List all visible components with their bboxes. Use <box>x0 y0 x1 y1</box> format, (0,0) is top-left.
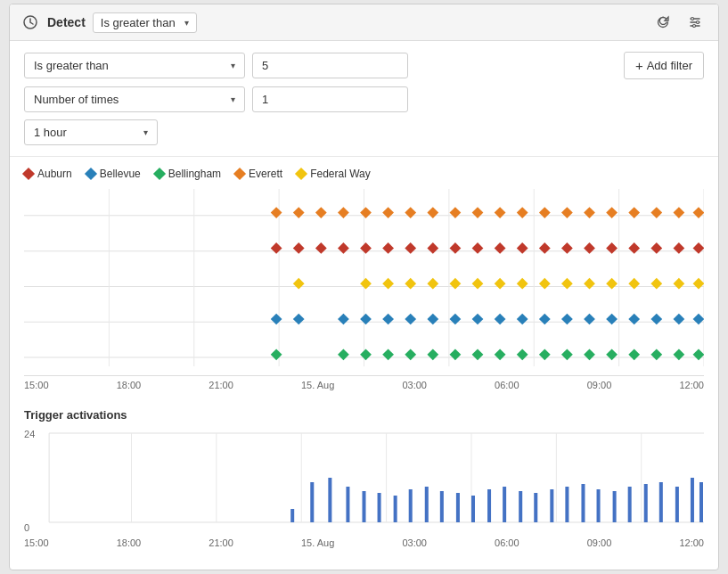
svg-rect-68 <box>584 278 595 290</box>
trigger-title: Trigger activations <box>24 408 704 422</box>
svg-rect-19 <box>315 207 327 218</box>
svg-rect-81 <box>450 314 462 325</box>
time-select[interactable]: 1 hour ▾ <box>24 119 158 145</box>
svg-rect-140 <box>565 487 568 522</box>
svg-rect-92 <box>693 314 704 325</box>
trigger-x-axis: 15:00 18:00 21:00 15. Aug 03:00 06:00 09… <box>24 536 704 555</box>
svg-rect-36 <box>693 207 704 218</box>
svg-rect-43 <box>405 242 416 254</box>
svg-rect-88 <box>606 314 618 325</box>
frequency-value-input[interactable] <box>252 86 408 112</box>
svg-rect-40 <box>338 242 349 254</box>
svg-rect-78 <box>382 314 394 325</box>
svg-rect-93 <box>271 348 282 360</box>
chevron-down-icon: ▾ <box>231 94 235 104</box>
svg-rect-46 <box>472 242 484 254</box>
header: Detect Is greater than ▾ <box>10 4 718 41</box>
svg-rect-59 <box>382 278 394 290</box>
svg-rect-29 <box>539 207 551 218</box>
svg-rect-65 <box>517 278 528 290</box>
svg-rect-129 <box>394 496 397 522</box>
svg-rect-21 <box>360 207 372 218</box>
svg-rect-130 <box>409 489 413 522</box>
bellevue-icon <box>85 168 97 180</box>
svg-rect-31 <box>584 207 595 218</box>
svg-rect-32 <box>606 207 618 218</box>
svg-rect-28 <box>517 207 528 218</box>
svg-rect-27 <box>495 207 506 218</box>
add-filter-button[interactable]: + Add filter <box>624 52 704 79</box>
svg-rect-126 <box>346 487 349 522</box>
svg-rect-134 <box>471 496 475 522</box>
svg-rect-26 <box>472 207 484 218</box>
svg-rect-110 <box>693 348 704 360</box>
frequency-select[interactable]: Number of times ▾ <box>24 86 245 112</box>
svg-rect-104 <box>561 348 573 360</box>
settings-button[interactable] <box>683 10 708 35</box>
svg-rect-74 <box>271 314 282 325</box>
plus-icon: + <box>635 58 643 73</box>
svg-rect-83 <box>495 314 506 325</box>
svg-rect-103 <box>539 348 551 360</box>
frequency-row: Number of times ▾ <box>24 86 704 112</box>
auburn-icon <box>22 168 35 180</box>
svg-rect-61 <box>427 278 438 290</box>
legend-bellevue: Bellevue <box>86 168 141 180</box>
refresh-button[interactable] <box>650 10 675 35</box>
svg-rect-76 <box>338 314 349 325</box>
chart-legend: Auburn Bellevue Bellingham Everett Feder… <box>24 168 704 180</box>
svg-point-3 <box>693 25 696 28</box>
svg-rect-146 <box>659 482 663 522</box>
svg-rect-64 <box>495 278 506 290</box>
bar-svg: 24 0 <box>24 429 704 536</box>
federalway-icon <box>295 168 307 180</box>
svg-rect-94 <box>338 348 349 360</box>
federalway-dots <box>293 278 704 290</box>
svg-rect-100 <box>472 348 484 360</box>
svg-rect-51 <box>584 242 595 254</box>
svg-rect-39 <box>315 242 327 254</box>
chart-area: Auburn Bellevue Bellingham Everett Feder… <box>10 157 718 398</box>
svg-rect-73 <box>693 278 704 290</box>
detect-icon <box>20 12 40 32</box>
svg-rect-131 <box>425 487 429 522</box>
svg-rect-91 <box>674 314 685 325</box>
everett-dots <box>271 207 704 218</box>
svg-rect-63 <box>472 278 484 290</box>
svg-rect-56 <box>693 242 704 254</box>
svg-rect-53 <box>628 242 640 254</box>
svg-rect-141 <box>581 484 585 522</box>
svg-rect-42 <box>382 242 394 254</box>
svg-rect-87 <box>584 314 595 325</box>
svg-rect-60 <box>405 278 416 290</box>
auburn-dots <box>271 242 704 254</box>
svg-rect-35 <box>674 207 685 218</box>
svg-rect-136 <box>503 487 506 522</box>
svg-point-2 <box>697 21 699 24</box>
svg-rect-34 <box>650 207 662 218</box>
scatter-x-axis: 15:00 18:00 21:00 15. Aug 03:00 06:00 09… <box>24 376 704 398</box>
svg-rect-71 <box>650 278 662 290</box>
svg-rect-84 <box>517 314 528 325</box>
svg-rect-20 <box>338 207 349 218</box>
svg-rect-105 <box>584 348 595 360</box>
svg-rect-90 <box>650 314 662 325</box>
svg-rect-137 <box>519 491 522 522</box>
bellingham-dots <box>271 348 704 360</box>
svg-rect-97 <box>405 348 416 360</box>
svg-rect-67 <box>561 278 573 290</box>
svg-rect-25 <box>450 207 462 218</box>
condition-dropdown-header[interactable]: Is greater than ▾ <box>93 12 197 33</box>
svg-rect-33 <box>628 207 640 218</box>
legend-bellingham: Bellingham <box>155 168 221 180</box>
svg-rect-79 <box>405 314 416 325</box>
condition-value-input[interactable] <box>252 53 408 78</box>
svg-rect-45 <box>450 242 462 254</box>
condition-select[interactable]: Is greater than ▾ <box>24 53 245 78</box>
svg-rect-106 <box>606 348 618 360</box>
bar-chart: 24 0 <box>24 429 704 536</box>
svg-rect-107 <box>628 348 640 360</box>
svg-rect-86 <box>561 314 573 325</box>
svg-rect-23 <box>405 207 416 218</box>
legend-everett: Everett <box>235 168 282 180</box>
